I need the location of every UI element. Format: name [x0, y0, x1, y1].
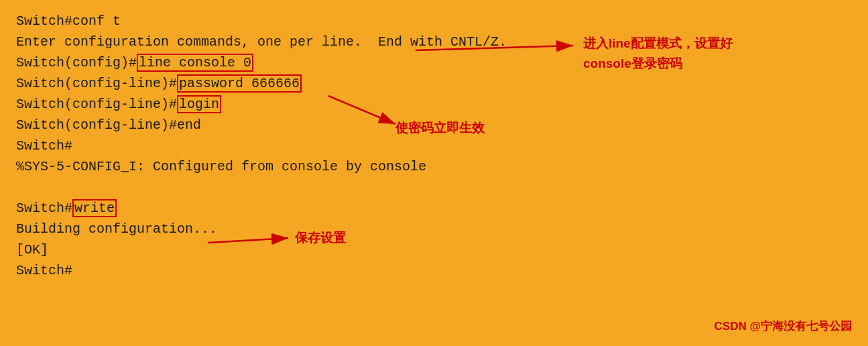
watermark: CSDN @宁海没有七号公园: [715, 319, 852, 334]
highlight-write: write: [72, 199, 117, 217]
terminal-line-1: Switch#conf t: [16, 11, 852, 32]
terminal-line-8: %SYS-5-CONFIG_I: Configured from console…: [16, 156, 852, 177]
terminal-line-5: Switch(config-line)#login: [16, 94, 852, 115]
highlight-line-console: line console 0: [137, 54, 253, 72]
terminal-line-4: Switch(config-line)#password 666666: [16, 73, 852, 94]
terminal-line-11: Building configuration...: [16, 219, 852, 239]
annotation-password-effect: 使密码立即生效: [395, 119, 485, 137]
terminal-line-9: [16, 177, 852, 198]
annotation-save: 保存设置: [295, 229, 346, 247]
terminal-area: Switch#conf t Enter configuration comman…: [0, 0, 868, 292]
highlight-password: password 666666: [177, 74, 302, 93]
terminal-line-3: Switch(config)#line console 0: [16, 52, 852, 73]
terminal-line-12: [OK]: [16, 239, 852, 260]
terminal-line-13: Switch#: [16, 260, 852, 281]
terminal-line-7: Switch#: [16, 135, 852, 156]
annotation-line-config: 进入line配置模式，设置好: [583, 35, 733, 52]
terminal-line-10: Switch#write: [16, 198, 852, 219]
highlight-login: login: [177, 95, 221, 113]
annotation-console-password: console登录密码: [583, 55, 682, 72]
